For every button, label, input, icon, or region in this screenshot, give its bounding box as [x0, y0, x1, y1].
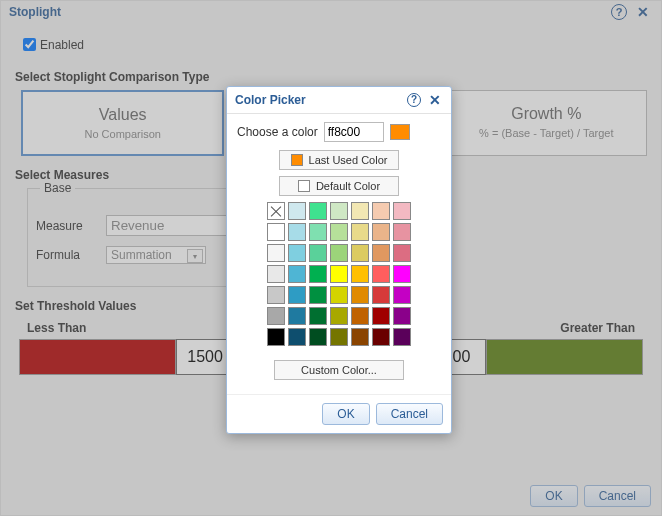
palette-cell[interactable]: [309, 286, 327, 304]
palette-cell[interactable]: [309, 244, 327, 262]
palette-cell[interactable]: [351, 223, 369, 241]
custom-color-button[interactable]: Custom Color...: [274, 360, 404, 380]
color-preview-swatch: [390, 124, 410, 140]
palette-cell[interactable]: [372, 265, 390, 283]
picker-close-icon[interactable]: ✕: [427, 92, 443, 108]
picker-help-icon[interactable]: ?: [407, 93, 421, 107]
palette-cell[interactable]: [351, 286, 369, 304]
palette-cell[interactable]: [393, 223, 411, 241]
palette-cell[interactable]: [372, 202, 390, 220]
palette-cell[interactable]: [309, 202, 327, 220]
color-picker-dialog: Color Picker ? ✕ Choose a color Last Use…: [226, 86, 452, 434]
palette-cell[interactable]: [372, 223, 390, 241]
palette-cell[interactable]: [372, 244, 390, 262]
palette-cell[interactable]: [267, 223, 285, 241]
palette-cell[interactable]: [393, 307, 411, 325]
last-used-swatch: [291, 154, 303, 166]
picker-cancel-button[interactable]: Cancel: [376, 403, 443, 425]
default-swatch: [298, 180, 310, 192]
palette-cell[interactable]: [288, 223, 306, 241]
palette-cell[interactable]: [372, 328, 390, 346]
palette-cell[interactable]: [330, 223, 348, 241]
palette-cell[interactable]: [372, 286, 390, 304]
palette-cell[interactable]: [330, 307, 348, 325]
palette-cell[interactable]: [267, 328, 285, 346]
palette-cell[interactable]: [267, 202, 285, 220]
palette-cell[interactable]: [372, 307, 390, 325]
palette-cell[interactable]: [267, 307, 285, 325]
palette-cell[interactable]: [330, 265, 348, 283]
palette-cell[interactable]: [330, 328, 348, 346]
palette-cell[interactable]: [267, 265, 285, 283]
palette-cell[interactable]: [351, 244, 369, 262]
palette-cell[interactable]: [288, 328, 306, 346]
picker-title: Color Picker: [235, 93, 306, 107]
last-used-color-button[interactable]: Last Used Color: [279, 150, 399, 170]
palette-cell[interactable]: [309, 328, 327, 346]
palette-cell[interactable]: [330, 286, 348, 304]
palette-cell[interactable]: [393, 202, 411, 220]
palette-cell[interactable]: [393, 328, 411, 346]
palette-cell[interactable]: [309, 223, 327, 241]
palette-cell[interactable]: [309, 265, 327, 283]
last-used-label: Last Used Color: [309, 154, 388, 166]
palette-cell[interactable]: [393, 286, 411, 304]
palette-cell[interactable]: [351, 307, 369, 325]
palette-cell[interactable]: [351, 328, 369, 346]
palette-cell[interactable]: [351, 202, 369, 220]
palette-cell[interactable]: [288, 307, 306, 325]
palette-cell[interactable]: [288, 286, 306, 304]
palette-cell[interactable]: [393, 265, 411, 283]
custom-color-label: Custom Color...: [301, 364, 377, 376]
modal-overlay: Color Picker ? ✕ Choose a color Last Use…: [1, 1, 661, 515]
default-color-button[interactable]: Default Color: [279, 176, 399, 196]
palette-cell[interactable]: [288, 202, 306, 220]
palette-cell[interactable]: [351, 265, 369, 283]
palette-cell[interactable]: [288, 265, 306, 283]
choose-color-label: Choose a color: [237, 125, 318, 139]
palette-cell[interactable]: [267, 244, 285, 262]
palette-cell[interactable]: [288, 244, 306, 262]
palette-cell[interactable]: [309, 307, 327, 325]
color-hex-input[interactable]: [324, 122, 384, 142]
palette-cell[interactable]: [267, 286, 285, 304]
palette-cell[interactable]: [330, 202, 348, 220]
palette-grid: [237, 202, 441, 346]
default-color-label: Default Color: [316, 180, 380, 192]
palette-cell[interactable]: [393, 244, 411, 262]
picker-ok-button[interactable]: OK: [322, 403, 369, 425]
palette-cell[interactable]: [330, 244, 348, 262]
